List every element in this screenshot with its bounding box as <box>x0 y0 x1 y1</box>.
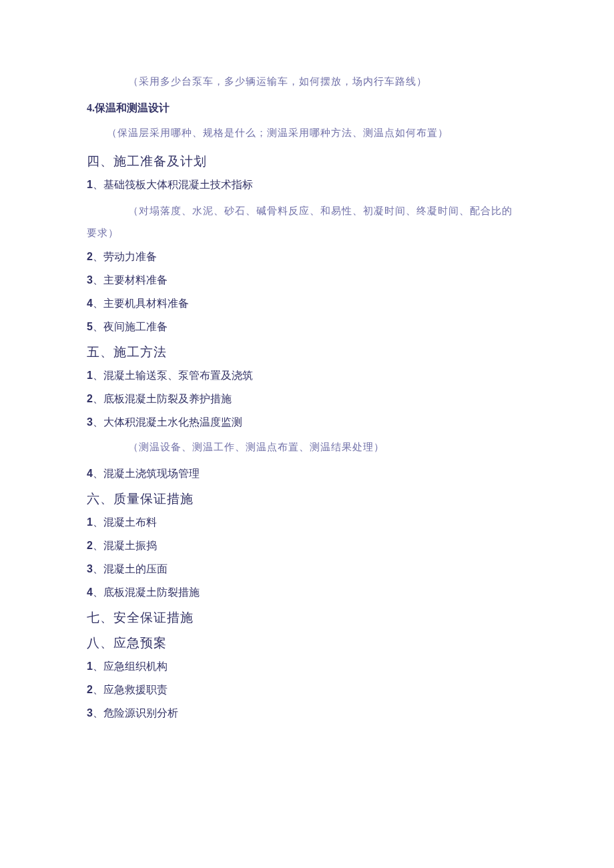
item-6-1: 1、混凝土布料 <box>87 516 527 530</box>
item-8-1-text: 、应急组织机构 <box>93 661 168 672</box>
item-5-4-text: 、混凝土浇筑现场管理 <box>93 468 200 479</box>
note-temp: （测温设备、测温工作、测温点布置、测温结果处理） <box>87 439 527 455</box>
item-5-2-text: 、底板混凝土防裂及养护措施 <box>93 393 232 404</box>
item-4-1-text: 、基础筏板大体积混凝土技术指标 <box>93 179 253 190</box>
item-5-1: 1、混凝土输送泵、泵管布置及浇筑 <box>87 369 527 383</box>
item-4-1: 1、基础筏板大体积混凝土技术指标 <box>87 178 527 192</box>
item-5-3: 3、大体积混凝土水化热温度监测 <box>87 416 527 430</box>
item-4-4: 4、主要机具材料准备 <box>87 297 527 311</box>
item-8-2: 2、应急救援职责 <box>87 683 527 697</box>
heading-7: 七、安全保证措施 <box>87 609 527 626</box>
item-4-2-text: 、劳动力准备 <box>93 251 157 262</box>
heading-5: 五、施工方法 <box>87 344 527 361</box>
note-tech-a: （对塌落度、水泥、砂石、碱骨料反应、和易性、初凝时间、终凝时间、配合比的 <box>87 201 527 221</box>
item-4-4-text: 、主要机具材料准备 <box>93 298 189 309</box>
item-6-4: 4、底板混凝土防裂措施 <box>87 586 527 600</box>
item-8-1: 1、应急组织机构 <box>87 660 527 674</box>
item-6-3-text: 、混凝土的压面 <box>93 563 168 574</box>
item-5-1-text: 、混凝土输送泵、泵管布置及浇筑 <box>93 370 253 381</box>
item-8-2-text: 、应急救援职责 <box>93 684 168 695</box>
item-6-2-text: 、混凝土振捣 <box>93 540 157 551</box>
item-5-4: 4、混凝土浇筑现场管理 <box>87 467 527 481</box>
heading-4: 四、施工准备及计划 <box>87 153 527 170</box>
item-8-3-text: 、危险源识别分析 <box>93 707 178 719</box>
note-pump: （采用多少台泵车，多少辆运输车，如何摆放，场内行车路线） <box>87 73 527 89</box>
item-4-5: 5、夜间施工准备 <box>87 320 527 334</box>
item-5-3-text: 、大体积混凝土水化热温度监测 <box>93 416 242 428</box>
item-4-5-text: 、夜间施工准备 <box>93 321 168 332</box>
item-4-3-text: 、主要材料准备 <box>93 274 168 286</box>
item-6-4-text: 、底板混凝土防裂措施 <box>93 586 200 598</box>
item-6-1-text: 、混凝土布料 <box>93 516 157 528</box>
item-5-2: 2、底板混凝土防裂及养护措施 <box>87 392 527 406</box>
note-insulation: （保温层采用哪种、规格是什么；测温采用哪种方法、测温点如何布置） <box>87 125 527 141</box>
heading-8: 八、应急预案 <box>87 634 527 652</box>
item-6-2: 2、混凝土振捣 <box>87 539 527 553</box>
item-8-3: 3、危险源识别分析 <box>87 707 527 721</box>
item-4-3: 3、主要材料准备 <box>87 274 527 288</box>
note-tech-b: 要求） <box>87 224 527 243</box>
item-4-2: 2、劳动力准备 <box>87 250 527 264</box>
item-6-3: 3、混凝土的压面 <box>87 562 527 576</box>
heading-3-4: 4.保温和测温设计 <box>87 101 527 115</box>
heading-6: 六、质量保证措施 <box>87 490 527 508</box>
